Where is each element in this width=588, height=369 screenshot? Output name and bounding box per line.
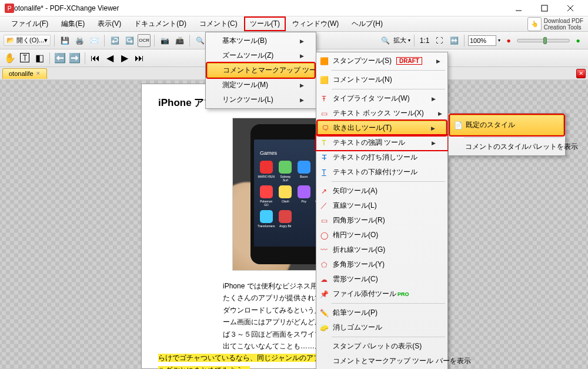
download-tools-button[interactable]: 👆 Download PDFCreation Tools <box>527 17 583 31</box>
eraser-tool[interactable]: 🧽消しゴムツール <box>316 320 447 335</box>
close-all-tabs-button[interactable]: ✕ <box>576 69 586 78</box>
style-submenu: 📄既定のスタイル コメントのスタイルパレットを表示 <box>448 113 566 156</box>
save-icon[interactable]: 💾 <box>58 34 71 47</box>
rect-icon: ▭ <box>319 215 329 226</box>
polygon-icon: ⬠ <box>319 260 329 270</box>
underline-tool[interactable]: Tテキストの下線付けツール <box>316 165 447 179</box>
svg-text:P: P <box>8 5 12 12</box>
zoom-slider[interactable] <box>517 39 570 42</box>
show-stamp-palette[interactable]: スタンプ パレットの表示(S) <box>316 339 447 354</box>
highlight-tool[interactable]: Tテキストの強調 ツール▶ <box>316 135 447 150</box>
menu-file[interactable]: ファイル(F) <box>5 16 55 31</box>
show-markup-toolbar[interactable]: コメントとマークアップ ツール バーを表示 <box>316 354 447 368</box>
line-icon: ／ <box>319 201 329 211</box>
line-tool[interactable]: ／直線ツール(L) <box>316 198 447 213</box>
oval-tool[interactable]: ◯楕円ツール(O) <box>316 228 447 242</box>
minimize-button[interactable] <box>506 0 532 16</box>
polyline-tool[interactable]: 〰折れ線ツール(G) <box>316 242 447 257</box>
zoom-out-icon[interactable]: ● <box>502 34 515 47</box>
tools-menu: 基本ツール(B)▶ ズームツール(Z)▶ コメントとマークアップ ツール(C)▶… <box>205 32 316 109</box>
arrow-tool[interactable]: ↗矢印ツール(A) <box>316 184 447 198</box>
zoom-value-input[interactable] <box>468 35 496 46</box>
prev-page-icon[interactable]: ⬅️ <box>54 52 66 65</box>
menubar: ファイル(F) 編集(E) 表示(V) ドキュメント(D) コメント(C) ツー… <box>0 16 588 32</box>
ocr-icon[interactable]: OCR <box>138 34 151 47</box>
hand-tool-icon[interactable]: ✋ <box>4 52 16 65</box>
zoom-label[interactable]: 拡大 <box>393 36 406 45</box>
first-page-icon[interactable]: ⏮ <box>89 52 102 65</box>
polygon-tool[interactable]: ⬠多角形ツール(Y) <box>316 257 447 272</box>
find-icon[interactable]: 🔍 <box>193 34 206 47</box>
cloud-tool[interactable]: ☁雲形ツール(C) <box>316 272 447 287</box>
snapshot-icon[interactable]: 📷 <box>158 34 171 47</box>
titlebar: P otonalife* - PDF-XChange Viewer <box>0 0 588 16</box>
menu-document[interactable]: ドキュメント(D) <box>128 16 193 31</box>
menu-help[interactable]: ヘルプ(H) <box>345 16 389 31</box>
window-title: otonalife* - PDF-XChange Viewer <box>14 4 506 12</box>
stamp-icon: 🟧 <box>319 56 329 67</box>
svg-rect-3 <box>542 5 547 11</box>
fit-width-icon[interactable]: ↔️ <box>447 34 460 47</box>
last-page-icon[interactable]: ⏭ <box>133 52 146 65</box>
download-icon: 👆 <box>527 17 542 31</box>
next-icon[interactable]: ▶ <box>118 52 131 65</box>
menu-window[interactable]: ウィンドウ(W) <box>286 16 345 31</box>
actual-size-icon[interactable]: 1:1 <box>418 34 431 47</box>
tab-close-icon[interactable]: ✕ <box>36 71 41 77</box>
rect-tool[interactable]: ▭四角形ツール(R) <box>316 213 447 228</box>
pencil-icon: ✏️ <box>319 308 329 318</box>
oval-icon: ◯ <box>319 230 329 241</box>
maximize-button[interactable] <box>532 0 557 16</box>
zoom-in-icon[interactable]: ● <box>572 34 584 47</box>
show-style-palette[interactable]: コメントのスタイルパレットを表示 <box>449 139 565 154</box>
tab-label: otonalife <box>9 70 34 77</box>
menu-basic-tools[interactable]: 基本ツール(B)▶ <box>206 34 316 48</box>
document-tab[interactable]: otonalife ✕ <box>2 68 47 79</box>
fit-page-icon[interactable]: ⛶ <box>433 34 446 47</box>
eraser-icon: 🧽 <box>319 323 329 333</box>
default-style[interactable]: 📄既定のスタイル <box>450 115 564 135</box>
attach-tool[interactable]: 📌ファイル添付ツールPRO <box>316 287 447 301</box>
scan-icon[interactable]: 📠 <box>173 34 186 47</box>
typewriter-tool[interactable]: Ŧタイプライタ ツール(W)▶ <box>316 91 447 106</box>
note-icon: 🟨 <box>319 75 329 85</box>
typewriter-icon: Ŧ <box>319 94 329 104</box>
menu-measure-tools[interactable]: 測定ツール(M)▶ <box>206 78 316 92</box>
prev-icon[interactable]: ◀ <box>103 52 116 65</box>
zoomin-icon[interactable]: 🔍 <box>379 34 392 47</box>
open-button[interactable]: 📂 開く(O)... ▾ <box>4 35 51 46</box>
menu-link-tools[interactable]: リンクツール(L)▶ <box>206 92 316 107</box>
redo-icon[interactable]: ↪️ <box>123 34 136 47</box>
print-icon[interactable]: 🖨️ <box>73 34 86 47</box>
menu-view[interactable]: 表示(V) <box>91 16 128 31</box>
callout-icon: 🗨 <box>320 123 331 134</box>
page-style-icon: 📄 <box>453 120 463 131</box>
cloud-icon: ☁ <box>319 274 329 285</box>
strike-icon: T̶ <box>319 152 329 163</box>
textbox-icon: ▭ <box>319 108 329 119</box>
undo-icon[interactable]: ↩️ <box>108 34 121 47</box>
highlight-icon: T <box>319 138 329 148</box>
next-page-icon[interactable]: ➡️ <box>68 52 81 65</box>
panel-icon[interactable]: ◧ <box>33 52 46 65</box>
menu-zoom-tools[interactable]: ズームツール(Z)▶ <box>206 48 316 63</box>
underline-icon: T <box>319 167 329 178</box>
markup-submenu: 🟧スタンプツール(S)DRAFT▶ 🟨コメントツール(N) Ŧタイプライタ ツー… <box>316 52 448 369</box>
select-tool-icon[interactable]: 🅃 <box>18 52 31 65</box>
menu-edit[interactable]: 編集(E) <box>55 16 91 31</box>
strike-tool[interactable]: T̶テキストの打ち消しツール <box>316 150 447 165</box>
menu-tool[interactable]: ツール(T) <box>244 16 286 31</box>
app-icon: P <box>5 4 14 13</box>
menu-comment[interactable]: コメント(C) <box>193 16 244 31</box>
close-button[interactable] <box>557 0 583 16</box>
polyline-icon: 〰 <box>319 245 329 255</box>
comment-tool[interactable]: 🟨コメントツール(N) <box>316 72 447 87</box>
pencil-tool[interactable]: ✏️鉛筆ツール(P) <box>316 305 447 320</box>
textbox-tool[interactable]: ▭テキスト ボックス ツール(X)▶ <box>316 106 447 121</box>
callout-tool[interactable]: 🗨吹き出しツール(T)▶ <box>318 121 446 135</box>
pin-icon: 📌 <box>319 289 329 300</box>
stamp-tool[interactable]: 🟧スタンプツール(S)DRAFT▶ <box>316 54 447 68</box>
mail-icon[interactable]: ✉️ <box>88 34 101 47</box>
menu-comment-markup-tools[interactable]: コメントとマークアップ ツール(C)▶ <box>207 63 315 78</box>
arrow-icon: ↗ <box>319 186 329 197</box>
